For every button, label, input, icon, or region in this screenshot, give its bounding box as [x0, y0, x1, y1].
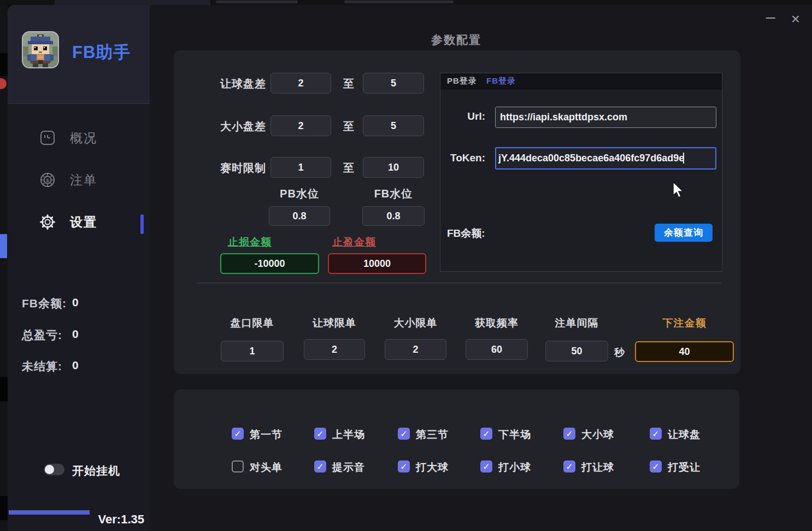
checkbox-label: 第一节: [250, 428, 283, 442]
active-menu-indicator: [140, 214, 144, 234]
auto-run-toggle-row: 开始挂机: [44, 463, 142, 476]
checkbox-box[interactable]: ✓: [650, 428, 662, 440]
minimize-icon[interactable]: –: [761, 10, 780, 27]
match-time-to-input[interactable]: 10: [363, 157, 424, 178]
fetch-rate-label: 获取频率: [466, 316, 528, 330]
handicap-limit-label: 让球限单: [304, 316, 365, 330]
handicap-diff-from-input[interactable]: 2: [270, 73, 331, 94]
checkbox-label: 让球盘: [668, 428, 701, 442]
to-word: 至: [343, 77, 354, 91]
match-time-from-input[interactable]: 1: [270, 157, 331, 178]
stop-loss-input[interactable]: -10000: [220, 253, 319, 274]
check-icon: ✓: [233, 429, 243, 439]
checkbox-box[interactable]: ✓: [314, 428, 326, 440]
token-label: ToKen:: [442, 152, 485, 164]
screen: FB助手 概况 $ 注单: [0, 0, 812, 531]
market-limit-input[interactable]: 1: [221, 341, 284, 361]
checkbox-box[interactable]: ✓: [480, 428, 492, 440]
to-word: 至: [343, 161, 354, 176]
pixel-character-icon: [23, 32, 58, 67]
handicap-limit-input[interactable]: 2: [304, 339, 365, 360]
market-limit-label: 盘口限单: [221, 316, 284, 330]
ou-diff-from-input[interactable]: 2: [270, 115, 331, 136]
pb-level-input[interactable]: 0.8: [269, 206, 330, 226]
bet-amount-label: 下注金额: [635, 316, 734, 330]
check-icon: ✓: [564, 462, 574, 472]
page-title: 参数配置: [402, 32, 511, 48]
stat-value: 0: [72, 296, 79, 309]
checkbox-label: 上半场: [332, 428, 365, 442]
toggle-label: 开始挂机: [72, 463, 120, 479]
checkbox-box[interactable]: ✓: [650, 460, 662, 472]
checkbox-label: 打小球: [498, 460, 531, 475]
check-icon: ✓: [399, 429, 409, 439]
token-value: jY.444deca00c85becae6a406fc97d6ad9e: [498, 153, 684, 164]
background-text-fragment: [216, 1, 298, 3]
check-icon: ✓: [651, 429, 661, 439]
version-label: Ver:1.35: [98, 512, 144, 527]
checkbox-box[interactable]: ✓: [563, 428, 575, 440]
login-tabbar: PB登录 FB登录: [440, 73, 722, 90]
token-input[interactable]: jY.444deca00c85becae6a406fc97d6ad9e: [495, 147, 716, 170]
stat-total-pl: 总盈亏: 0: [22, 328, 142, 343]
fb-level-input[interactable]: 0.8: [362, 206, 425, 226]
text-caret: [683, 153, 684, 164]
checkbox-box[interactable]: ✓: [232, 460, 244, 472]
auto-run-toggle[interactable]: [44, 464, 64, 475]
fb-balance-label: FB余额:: [447, 226, 496, 241]
sidebar: FB助手 概况 $ 注单: [8, 5, 150, 531]
url-input[interactable]: https://iapi.skapttdpsx.com: [495, 107, 716, 128]
check-icon: ✓: [481, 429, 491, 439]
stat-label: FB余额:: [22, 296, 67, 311]
balance-query-button[interactable]: 余额查询: [655, 224, 713, 242]
check-icon: ✓: [651, 462, 661, 472]
stat-label: 未结算:: [22, 359, 62, 374]
sidebar-item-settings[interactable]: 设置: [8, 207, 150, 236]
ou-limit-input[interactable]: 2: [385, 339, 446, 360]
check-icon: ✓: [315, 429, 325, 439]
fb-level-label: FB水位: [362, 186, 425, 201]
tab-pb-login[interactable]: PB登录: [447, 76, 477, 86]
handicap-diff-to-input[interactable]: 5: [363, 73, 424, 94]
section-divider: [197, 283, 721, 283]
gear-icon: [39, 214, 56, 230]
sidebar-item-label: 概况: [70, 130, 97, 147]
tab-fb-login[interactable]: FB登录: [486, 76, 516, 86]
background-left-strip: [0, 5, 8, 531]
checkbox-box[interactable]: ✓: [563, 460, 575, 472]
sidebar-item-label: 注单: [70, 172, 97, 189]
stat-value: 0: [72, 328, 79, 341]
bet-interval-label: 注单间隔: [545, 316, 608, 330]
checkbox-box[interactable]: ✓: [398, 460, 410, 472]
checkbox-box[interactable]: ✓: [232, 428, 244, 440]
app-title: FB助手: [72, 41, 131, 64]
bets-chip-icon: $: [39, 172, 56, 188]
bet-interval-input[interactable]: 50: [545, 341, 608, 361]
checkbox-label: 打让球: [581, 460, 614, 475]
sidebar-item-bets[interactable]: $ 注单: [8, 165, 150, 194]
sidebar-item-overview[interactable]: 概况: [8, 122, 150, 152]
url-label: Url:: [446, 110, 485, 122]
handicap-diff-label: 让球盘差: [220, 77, 266, 91]
background-fragment: [0, 496, 8, 520]
bet-options-panel: ✓ 第一节 ✓ 上半场 ✓ 第三节 ✓ 下半场 ✓ 大小球 ✓ 让球盘 ✓ 对头…: [174, 389, 739, 489]
stat-label: 总盈亏:: [22, 328, 62, 343]
overview-icon: [39, 130, 56, 146]
fetch-rate-input[interactable]: 60: [466, 339, 528, 360]
close-icon[interactable]: ×: [786, 11, 805, 28]
toggle-knob: [45, 465, 54, 474]
match-time-label: 赛时限制: [220, 161, 266, 176]
progress-bar: [9, 510, 90, 515]
checkbox-box[interactable]: ✓: [480, 460, 492, 472]
check-icon: ✓: [564, 429, 574, 439]
ou-diff-to-input[interactable]: 5: [363, 115, 424, 136]
config-panel: 让球盘差 2 至 5 大小盘差 2 至 5 赛时限制 1 至 10 PB水位 F…: [174, 50, 740, 374]
checkbox-box[interactable]: ✓: [314, 460, 326, 472]
checkbox-box[interactable]: ✓: [398, 428, 410, 440]
checkbox-label: 大小球: [581, 428, 614, 442]
bet-amount-input[interactable]: 40: [635, 341, 734, 362]
checkbox-label: 打受让: [668, 460, 701, 475]
background-red-dot: [0, 78, 7, 89]
check-icon: ✓: [315, 462, 325, 472]
take-profit-input[interactable]: 10000: [328, 253, 426, 274]
